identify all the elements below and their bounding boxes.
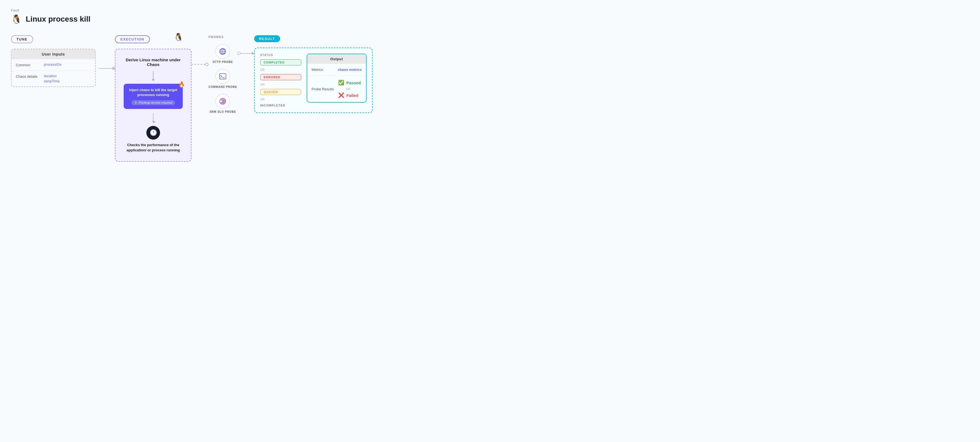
tune-box: User Inputs Common processIDs Chaos deta… [11, 49, 96, 87]
result-badge: RESULT [254, 35, 280, 42]
input-value-process-ids[interactable]: processIDs [44, 62, 62, 67]
input-value-ramp-time[interactable]: rampTime [44, 79, 60, 83]
inject-card-title: Inject chaos to kill the target processe… [128, 88, 178, 97]
x-circle-icon: ❌ [338, 92, 344, 98]
execution-section: EXECUTION 🐧 Derive Linux machine under C… [115, 35, 191, 162]
probe-results-values: ✅ Passed OR ❌ Failed [338, 80, 361, 98]
tune-to-execution-arrow [99, 35, 115, 69]
inject-card: 🔥 Inject chaos to kill the target proces… [124, 84, 183, 109]
passed-item: ✅ Passed [338, 80, 361, 86]
or-label-2: OR [260, 83, 301, 86]
execution-badge: EXECUTION [115, 35, 150, 43]
input-value-duration[interactable]: duration [44, 74, 60, 78]
probe-item-http: HTTP PROBE [213, 44, 233, 64]
failed-label: Failed [346, 93, 358, 98]
status-incompleted-badge: INCOMPLETED [260, 104, 301, 107]
lock-icon: 🔒 [134, 101, 137, 104]
privilege-badge: 🔒 Privilege access required [131, 100, 175, 105]
probes-to-result-connector [237, 35, 254, 55]
result-outer-box: STATUS COMPLETED OR ERRORED OR QUEUED OR… [254, 48, 372, 113]
check-circle-icon: ✅ [338, 80, 344, 86]
result-output-column: Output Metrics chaos metrics Probe Resul… [307, 54, 367, 107]
command-probe-name: COMMAND PROBE [208, 85, 237, 88]
linux-small-icon: 🐧 [174, 33, 183, 41]
result-section: RESULT STATUS COMPLETED OR ERRORED OR QU… [254, 35, 372, 113]
output-row-metrics: Metrics chaos metrics [307, 64, 366, 76]
diagram: TUNE User Inputs Common processIDs Chaos… [11, 35, 969, 162]
page-title: Linux process kill [26, 15, 91, 24]
page-label: Fault [11, 8, 969, 12]
result-status-column: STATUS COMPLETED OR ERRORED OR QUEUED OR… [260, 54, 301, 107]
probe-item-srm: SRM SLO PROBE [210, 94, 236, 113]
output-box: Output Metrics chaos metrics Probe Resul… [307, 54, 367, 103]
exec-dashed-arrow [153, 113, 153, 121]
result-connector-dot [237, 52, 240, 55]
exec-step1-title: Derive Linux machine under Chaos [124, 57, 183, 67]
user-inputs-header: User Inputs [11, 49, 95, 59]
result-arrow-line [240, 53, 254, 54]
srm-probe-name: SRM SLO PROBE [210, 110, 236, 113]
dashed-line [191, 64, 205, 65]
linux-penguin-icon: 🐧 [11, 14, 22, 24]
http-probe-icon [215, 44, 230, 59]
command-probe-icon [215, 69, 230, 84]
metrics-label: Metrics [312, 68, 334, 72]
input-label-common: Common [16, 62, 40, 67]
failed-item: ❌ Failed [338, 92, 361, 98]
connector-circle [205, 63, 208, 66]
clock-icon: 🕐 [146, 126, 160, 140]
or-label-probe: OR [338, 87, 361, 91]
execution-to-probes-connector [191, 35, 208, 66]
exec-arrow-down-1 [153, 71, 153, 79]
probe-item-command: COMMAND PROBE [208, 69, 237, 88]
svg-rect-4 [220, 73, 226, 79]
exec-step2-title: Checks the performance of the applicatio… [124, 142, 183, 153]
privilege-text: Privilege access required [139, 101, 172, 104]
status-section-label: STATUS [260, 54, 301, 57]
status-queued-badge: QUEUED [260, 89, 301, 95]
input-values-chaos: duration rampTime [44, 74, 60, 83]
srm-probe-icon [215, 94, 230, 109]
input-label-chaos: Chaos details [16, 74, 40, 78]
probes-label: PROBES [208, 35, 224, 38]
passed-label: Passed [346, 80, 361, 85]
tune-badge: TUNE [11, 35, 33, 43]
or-label-3: OR [260, 98, 301, 101]
input-row-common: Common processIDs [11, 59, 95, 70]
http-probe-name: HTTP PROBE [213, 61, 233, 64]
output-row-probe-results: Probe Results ✅ Passed OR ❌ Failed [307, 76, 366, 102]
or-label-1: OR [260, 68, 301, 72]
tune-section: TUNE User Inputs Common processIDs Chaos… [11, 35, 99, 87]
execution-box: Derive Linux machine under Chaos 🔥 Injec… [115, 49, 191, 162]
fire-icon: 🔥 [178, 81, 185, 88]
status-errored-badge: ERRORED [260, 74, 301, 80]
probes-section: PROBES HTTP PROBE [208, 35, 237, 113]
input-values-common: processIDs [44, 62, 62, 67]
input-row-chaos: Chaos details duration rampTime [11, 70, 95, 86]
arrow-line [99, 68, 115, 69]
metrics-value: chaos metrics [338, 68, 362, 72]
probe-results-label: Probe Results [312, 87, 334, 91]
status-completed-badge: COMPLETED [260, 59, 301, 65]
output-header: Output [307, 54, 366, 64]
probes-list: HTTP PROBE COMMAND PROBE [208, 44, 237, 113]
